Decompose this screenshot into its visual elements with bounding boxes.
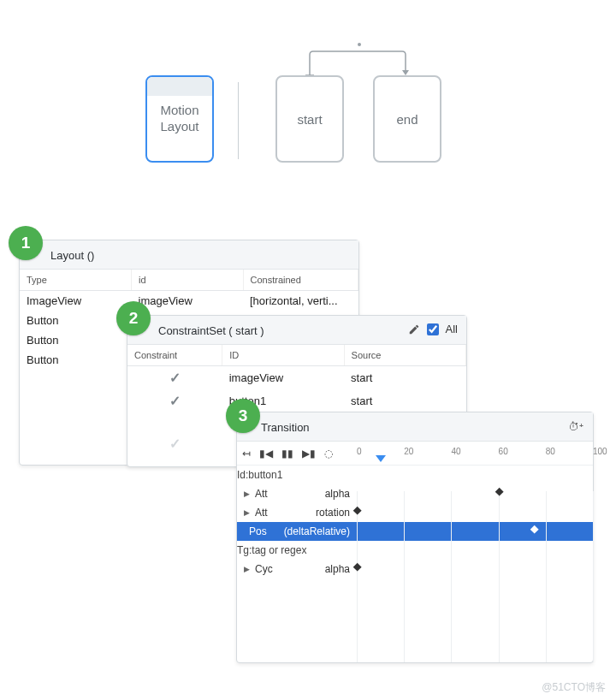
playback-row: ↤ ▮◀ ▮▮ ▶▮ ◌ 020406080100: [237, 442, 593, 466]
motion-layout-box[interactable]: MotionLayout: [145, 75, 214, 163]
svg-point-0: [358, 43, 361, 46]
prev-frame-icon[interactable]: ▮◀: [259, 448, 273, 460]
end-state-box[interactable]: end: [373, 75, 441, 163]
layout-panel-title: Layout (): [20, 240, 358, 270]
transition-panel: ▶ Transition ⏱⁺ ↤ ▮◀ ▮▮ ▶▮ ◌ 02040608010…: [236, 412, 594, 663]
badge-2: 2: [116, 301, 151, 335]
col-constraint[interactable]: Constraint: [127, 345, 222, 366]
add-clock-icon[interactable]: ⏱⁺: [568, 420, 584, 433]
ruler-tick: 60: [499, 447, 508, 456]
playhead-marker[interactable]: [376, 455, 386, 462]
keyframe-row[interactable]: ▶Attrotation: [237, 503, 593, 522]
table-row[interactable]: ImageViewimageView[horizontal, verti...: [20, 291, 358, 311]
keyframe-row[interactable]: ▶Attalpha: [237, 484, 593, 503]
col-constrained[interactable]: Constrained: [243, 270, 358, 291]
watermark: @51CTO博客: [542, 680, 606, 695]
group-header: Id:button1: [237, 466, 593, 484]
motion-layout-header: [147, 77, 212, 96]
table-row[interactable]: ✓button1start: [127, 389, 466, 412]
keyframe-diamond[interactable]: [495, 488, 503, 496]
ruler-tick: 80: [546, 447, 555, 456]
badge-1: 1: [9, 226, 43, 260]
start-state-box[interactable]: start: [275, 75, 344, 163]
diagram-divider: [238, 82, 239, 159]
keyframe-row[interactable]: Pos(deltaRelative): [237, 522, 593, 541]
ruler-tick: 20: [404, 447, 413, 456]
transition-arrow: [145, 41, 471, 79]
ruler-tick: 100: [593, 447, 607, 456]
col-source[interactable]: Source: [344, 345, 465, 366]
col-id[interactable]: id: [132, 270, 244, 291]
motion-diagram: MotionLayout start end: [145, 41, 471, 169]
ruler-tick: 40: [451, 447, 460, 456]
edit-icon[interactable]: [408, 323, 420, 335]
next-frame-icon[interactable]: ▶▮: [302, 448, 316, 460]
keyframe-diamond[interactable]: [530, 525, 539, 534]
ruler-tick: 0: [357, 447, 362, 456]
badge-3: 3: [226, 399, 260, 433]
end-label: end: [396, 112, 418, 127]
keyframe-rows: Id:button1▶Attalpha▶AttrotationPos(delta…: [237, 466, 593, 578]
jump-start-icon[interactable]: ↤: [242, 448, 251, 460]
table-row[interactable]: ✓imageViewstart: [127, 366, 466, 390]
timeline-ruler[interactable]: 020406080100: [357, 442, 588, 466]
start-label: start: [297, 112, 322, 127]
motion-layout-label: MotionLayout: [160, 103, 198, 135]
col-id2[interactable]: ID: [222, 345, 344, 366]
keyframe-row[interactable]: ▶Cycalpha: [237, 560, 593, 578]
col-type[interactable]: Type: [20, 270, 132, 291]
all-label: All: [446, 323, 458, 335]
group-header: Tg:tag or regex: [237, 541, 593, 560]
constraintset-panel-title: ConstraintSet ( start ) All: [127, 316, 466, 345]
all-checkbox[interactable]: [427, 323, 439, 335]
pause-icon[interactable]: ▮▮: [281, 448, 293, 460]
transition-panel-title: ▶ Transition ⏱⁺: [237, 412, 593, 442]
speed-icon[interactable]: ◌: [324, 448, 333, 460]
